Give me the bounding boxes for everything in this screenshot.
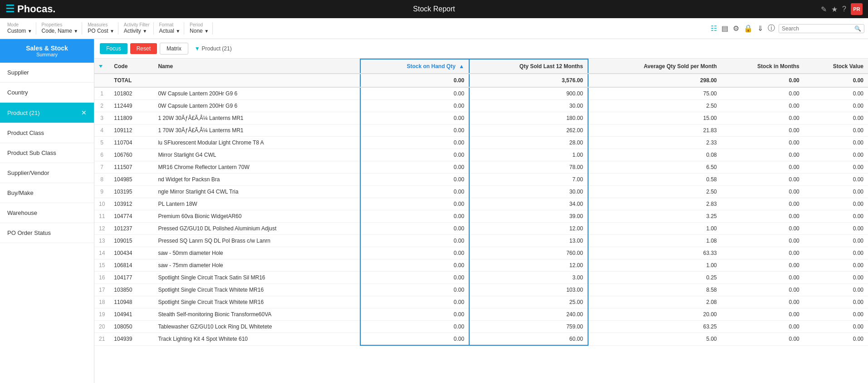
matrix-button[interactable]: Matrix [160,43,188,55]
mode-selector[interactable]: Mode Custom ▼ [4,22,36,34]
data-table-container: Code Name Stock on Hand Qty ▲ Qty Sold L… [94,59,868,383]
sidebar-item-buy-make[interactable]: Buy/Make [0,183,94,203]
cell-qty-sold: 12.00 [469,223,588,235]
row-number: 1 [94,87,109,100]
col-stock-value-header[interactable]: Stock Value [804,59,868,74]
cell-qty-sold: 240.00 [469,308,588,321]
table-row[interactable]: 14 100434 saw - 50mm diameter Hole 0.00 … [94,247,868,259]
table-row[interactable]: 2 112449 0W Capsule Lantern 200Hr G9 6 0… [94,100,868,112]
table-row[interactable]: 16 104177 Spotlight Single Circuit Track… [94,272,868,284]
table-row[interactable]: 7 111507 MR16 Chrome Reflector Lantern 7… [94,161,868,174]
cell-code: 104177 [109,272,153,284]
settings-icon[interactable]: ⚙ [732,23,740,34]
logo[interactable]: ☰ Phocas. [5,3,55,15]
search-icon[interactable]: 🔍 [854,25,861,32]
properties-selector[interactable]: Properties Code, Name ▼ [38,22,83,34]
row-number: 11 [94,210,109,223]
close-icon[interactable]: ✕ [81,109,87,116]
cell-stock-months: 0.00 [721,87,804,100]
avatar[interactable]: PR [851,3,863,15]
table-row[interactable]: 13 109015 Pressed SQ Lanrn SQ DL Pol Bra… [94,235,868,247]
sidebar-item-product-sub-class[interactable]: Product Sub Class [0,143,94,163]
col-qty-sold-header[interactable]: Qty Sold Last 12 Months [469,59,588,74]
cell-stock-months: 0.00 [721,235,804,247]
table-row[interactable]: 21 104939 Track Lighting Kit 4 Spot Whit… [94,333,868,346]
col-code-header[interactable]: Code [109,59,153,74]
search-input[interactable] [782,25,854,32]
cell-stock-months: 0.00 [721,174,804,186]
search-box[interactable]: 🔍 [779,24,864,33]
col-stock-months-header[interactable]: Stock in Months [721,59,804,74]
chat-icon[interactable]: ✎ [821,5,827,14]
cell-stock-value: 0.00 [804,137,868,149]
download-icon[interactable]: ⇓ [756,23,764,34]
cell-stock-months: 0.00 [721,210,804,223]
cell-code: 108050 [109,321,153,333]
cell-qty-sold: 180.00 [469,112,588,124]
activity-filter-value: Activity ▼ [124,28,150,34]
cell-name: Premium 60va Bionic WidgetAR60 [153,210,360,223]
period-selector[interactable]: Period None ▼ [186,22,213,34]
info-icon[interactable]: ⓘ [767,23,776,34]
cell-stock-on-hand: 0.00 [360,198,469,210]
cell-stock-on-hand: 0.00 [360,284,469,296]
measures-selector[interactable]: Measures PO Cost ▼ [84,22,118,34]
row-number: 4 [94,124,109,137]
page-title: Stock Report [413,5,455,13]
sidebar-item-supplier[interactable]: Supplier [0,63,94,83]
table-row[interactable]: 19 104941 Stealth Self-monitoring Bionic… [94,308,868,321]
table-row[interactable]: 5 110704 lu SFluorescent Modular Light C… [94,137,868,149]
cell-stock-value: 0.00 [804,161,868,174]
table-row[interactable]: 1 101802 0W Capsule Lantern 200Hr G9 6 0… [94,87,868,100]
cell-code: 111507 [109,161,153,174]
reset-button[interactable]: Reset [130,43,157,54]
row-number: 15 [94,259,109,272]
cell-stock-months: 0.00 [721,161,804,174]
table-row[interactable]: 6 106760 Mirror Starlight G4 CWL 0.00 1.… [94,149,868,161]
cell-code: 112449 [109,100,153,112]
format-selector[interactable]: Format Actual ▼ [156,22,185,34]
table-row[interactable]: 3 111809 1 20W 30ÃƒÂ£Ã‚Â¼ Lanterns MR1 0… [94,112,868,124]
cell-avg-qty: 2.33 [588,137,721,149]
table-row[interactable]: 15 106814 saw - 75mm diameter Hole 0.00 … [94,259,868,272]
col-sort-header[interactable] [94,59,109,74]
lock-icon[interactable]: 🔒 [743,23,754,34]
cell-name: Tablewasher GZ/GU10 Lock Ring DL Whitete… [153,321,360,333]
focus-button[interactable]: Focus [100,43,128,54]
sidebar-item-product-class[interactable]: Product Class [0,123,94,143]
cell-stock-months: 0.00 [721,112,804,124]
col-avg-qty-header[interactable]: Average Qty Sold per Month [588,59,721,74]
star-icon[interactable]: ★ [831,5,838,14]
sidebar-item-product[interactable]: Product (21)✕ [0,103,94,123]
col-stock-on-hand-header[interactable]: Stock on Hand Qty ▲ [360,59,469,74]
sidebar-item-warehouse[interactable]: Warehouse [0,203,94,223]
table-row[interactable]: 12 101237 Pressed GZ/GU10 DL Polished Al… [94,223,868,235]
table-row[interactable]: 9 103195 ngle Mirror Starlight G4 CWL Tr… [94,186,868,198]
data-table: Code Name Stock on Hand Qty ▲ Qty Sold L… [94,59,868,346]
col-name-header[interactable]: Name [153,59,360,74]
table-row[interactable]: 18 110948 Spotlight Single Circuit Track… [94,296,868,308]
sidebar-item-supplier-vendor[interactable]: Supplier/Vendor [0,163,94,183]
table-row[interactable]: 17 103850 Spotlight Single Circuit Track… [94,284,868,296]
row-number: 2 [94,100,109,112]
cell-qty-sold: 28.00 [469,137,588,149]
table-row[interactable]: 8 104985 nd Widget for Packsn Bra 0.00 7… [94,174,868,186]
grid-view-icon[interactable]: ☷ [710,23,718,34]
table-row[interactable]: 4 109112 1 70W 30ÃƒÂ£Ã‚Â¼ Lanterns MR1 0… [94,124,868,137]
cell-code: 101237 [109,223,153,235]
sidebar-item-po-order-status[interactable]: PO Order Status [0,223,94,243]
cell-stock-value: 0.00 [804,259,868,272]
cell-stock-value: 0.00 [804,100,868,112]
table-row[interactable]: 11 104774 Premium 60va Bionic WidgetAR60… [94,210,868,223]
properties-label: Properties [42,22,78,28]
table-row[interactable]: 10 103912 PL Lantern 18W 0.00 34.00 2.83… [94,198,868,210]
sidebar-item-country[interactable]: Country [0,83,94,103]
cell-code: 110948 [109,296,153,308]
table-row[interactable]: 20 108050 Tablewasher GZ/GU10 Lock Ring … [94,321,868,333]
activity-filter-label: Activity Filter [124,22,150,28]
chart-view-icon[interactable]: ▤ [721,23,729,34]
cell-stock-months: 0.00 [721,124,804,137]
activity-filter-selector[interactable]: Activity Filter Activity ▼ [120,22,154,34]
help-icon[interactable]: ? [842,5,846,13]
cell-code: 104985 [109,174,153,186]
